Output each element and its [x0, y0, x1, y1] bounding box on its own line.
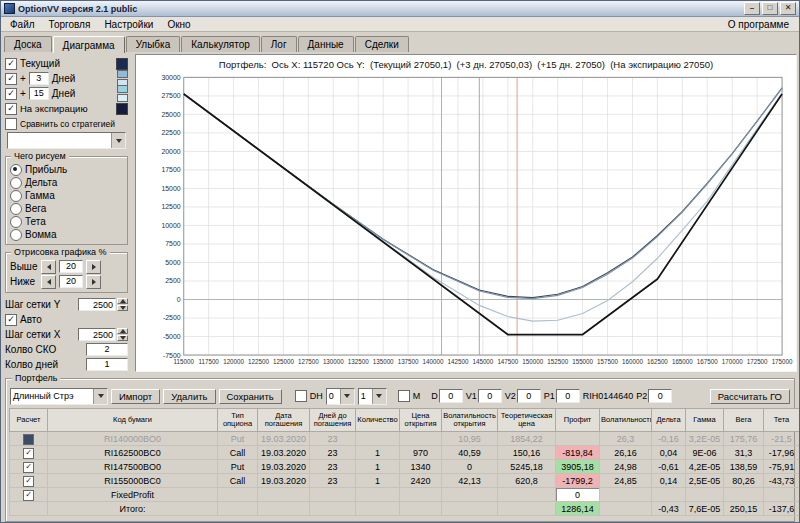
- tab-diagram[interactable]: Диаграмма: [53, 36, 125, 53]
- field-p1-input[interactable]: 0: [556, 389, 580, 403]
- spin-up-button[interactable]: [117, 328, 128, 334]
- menu-item-file[interactable]: Файл: [3, 19, 42, 30]
- sko-count-input[interactable]: 2: [86, 343, 128, 356]
- chevron-down-icon[interactable]: [111, 133, 125, 148]
- row-calc-checkbox[interactable]: [23, 434, 34, 445]
- column-header[interactable]: Гамма: [686, 409, 724, 432]
- column-header[interactable]: Вега: [724, 409, 764, 432]
- column-header[interactable]: Волатильность: [600, 409, 652, 432]
- radio-vomma[interactable]: [10, 229, 22, 241]
- column-header[interactable]: Количество: [356, 409, 400, 432]
- save-button[interactable]: Сохранить: [219, 389, 282, 404]
- m-checkbox[interactable]: [398, 390, 410, 402]
- above-decrease-button[interactable]: [41, 260, 56, 274]
- table-row[interactable]: ✓FixedProfit0: [10, 488, 800, 502]
- column-header[interactable]: Расчет: [10, 409, 48, 432]
- radio-theta[interactable]: [10, 216, 22, 228]
- above-increase-button[interactable]: [86, 260, 101, 274]
- dh-value2-combo[interactable]: 1: [358, 388, 387, 405]
- delete-button[interactable]: Удалить: [163, 389, 215, 404]
- plus15-swatch-2[interactable]: [117, 94, 128, 102]
- grid-step-x-input[interactable]: 2500: [78, 328, 128, 341]
- field-d-input[interactable]: 0: [439, 389, 463, 403]
- table-row[interactable]: Итого:1286,14-0,437,6E-05250,15-137,6: [10, 502, 800, 516]
- column-header[interactable]: Тета: [764, 409, 800, 432]
- below-increase-button[interactable]: [86, 275, 101, 289]
- close-button[interactable]: ✕: [780, 2, 796, 15]
- x-tick-label: 130000: [323, 358, 344, 365]
- grid-step-y-value[interactable]: 2500: [78, 298, 116, 311]
- plus15-days-input[interactable]: 15: [29, 87, 49, 100]
- minimize-button[interactable]: –: [744, 2, 760, 15]
- plus3-swatch-1[interactable]: [117, 70, 128, 78]
- radio-gamma[interactable]: [10, 190, 22, 202]
- grid-step-y-spinner[interactable]: [117, 298, 128, 311]
- cell-option-type: Call: [218, 474, 258, 488]
- column-header[interactable]: Тип опциона: [218, 409, 258, 432]
- grid-step-y-input[interactable]: 2500: [78, 298, 128, 311]
- tab-board[interactable]: Доска: [4, 36, 52, 52]
- column-header[interactable]: Дата погашения: [258, 409, 310, 432]
- field-p2-input[interactable]: 0: [648, 389, 672, 403]
- tab-data[interactable]: Данные: [298, 36, 354, 52]
- days-count-input[interactable]: 1: [86, 358, 128, 371]
- plus3-checkbox[interactable]: ✓: [5, 73, 17, 85]
- column-header[interactable]: Дней до погашения: [310, 409, 356, 432]
- above-value-input[interactable]: 20: [59, 260, 83, 273]
- column-header[interactable]: Цена открытия: [400, 409, 442, 432]
- table-row[interactable]: ✓RI147500BO0Put19.03.2020231134005245,18…: [10, 460, 800, 474]
- table-row[interactable]: RI140000BO0Put19.03.20202310,951854,2226…: [10, 432, 800, 446]
- chevron-down-icon[interactable]: [93, 389, 107, 404]
- menu-item-trade[interactable]: Торговля: [42, 19, 98, 30]
- grid-step-x-value[interactable]: 2500: [78, 328, 116, 341]
- below-decrease-button[interactable]: [41, 275, 56, 289]
- table-row[interactable]: ✓RI155000BC0Call19.03.2020231242042,1362…: [10, 474, 800, 488]
- tab-deals[interactable]: Сделки: [355, 36, 409, 52]
- column-header[interactable]: Код бумаги: [48, 409, 218, 432]
- plus15-swatch-1[interactable]: [117, 85, 128, 93]
- row-calc-checkbox[interactable]: ✓: [23, 490, 34, 501]
- row-calc-checkbox[interactable]: ✓: [23, 462, 34, 473]
- plus3-days-input[interactable]: 3: [29, 72, 49, 85]
- field-v2-input[interactable]: 0: [517, 389, 541, 403]
- chevron-down-icon[interactable]: [340, 389, 354, 404]
- radio-vega[interactable]: [10, 203, 22, 215]
- tab-log[interactable]: Лог: [261, 36, 297, 52]
- row-calc-checkbox[interactable]: ✓: [23, 476, 34, 487]
- column-header[interactable]: Дельта: [652, 409, 686, 432]
- tab-smile[interactable]: Улыбка: [126, 36, 181, 52]
- radio-delta[interactable]: [10, 177, 22, 189]
- expiration-checkbox[interactable]: ✓: [5, 103, 17, 115]
- current-checkbox[interactable]: ✓: [5, 58, 17, 70]
- current-color-swatch[interactable]: [116, 58, 128, 70]
- menu-item-about[interactable]: О программе: [720, 19, 797, 30]
- chevron-down-icon[interactable]: [372, 389, 386, 404]
- compare-strategy-combo[interactable]: [7, 132, 126, 149]
- grid-step-x-spinner[interactable]: [117, 328, 128, 341]
- plus15-checkbox[interactable]: ✓: [5, 88, 17, 100]
- maximize-button[interactable]: □: [762, 2, 778, 15]
- strategy-combo[interactable]: Длинный Стрэ: [10, 388, 108, 405]
- column-header[interactable]: Профит: [556, 409, 600, 432]
- below-value-input[interactable]: 20: [59, 275, 83, 288]
- column-header[interactable]: Теоретическая цена: [498, 409, 556, 432]
- table-row[interactable]: ✓RI162500BC0Call19.03.202023197040,59150…: [10, 446, 800, 460]
- spin-down-button[interactable]: [117, 335, 128, 341]
- menu-item-window[interactable]: Окно: [160, 19, 197, 30]
- calc-margin-button[interactable]: Рассчитать ГО: [710, 389, 790, 404]
- auto-checkbox[interactable]: ✓: [5, 314, 17, 326]
- expiration-color-swatch[interactable]: [116, 103, 128, 115]
- dh-checkbox[interactable]: [295, 390, 307, 402]
- column-header[interactable]: Волатильность открытия: [442, 409, 498, 432]
- compare-checkbox[interactable]: [5, 118, 17, 130]
- payoff-chart[interactable]: 1150001175001200001225001250001275001300…: [138, 71, 794, 370]
- radio-profit[interactable]: [10, 164, 22, 176]
- spin-down-button[interactable]: [117, 305, 128, 311]
- import-button[interactable]: Импорт: [111, 389, 160, 404]
- tab-calculator[interactable]: Калькулятор: [181, 36, 260, 52]
- menu-item-settings[interactable]: Настройки: [97, 19, 160, 30]
- spin-up-button[interactable]: [117, 298, 128, 304]
- row-calc-checkbox[interactable]: ✓: [23, 448, 34, 459]
- dh-value1-combo[interactable]: 0: [326, 388, 355, 405]
- field-v1-input[interactable]: 0: [478, 389, 502, 403]
